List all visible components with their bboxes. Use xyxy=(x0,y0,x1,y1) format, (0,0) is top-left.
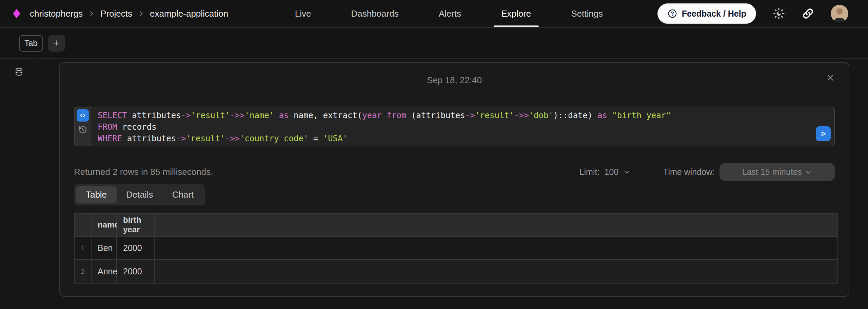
cell-name: Anne xyxy=(92,260,117,283)
editor-gutter xyxy=(75,107,91,146)
result-meta-row: Returned 2 rows in 85 milliseconds. Limi… xyxy=(74,163,835,181)
code-token: as xyxy=(274,111,294,120)
code-token: year xyxy=(362,111,382,120)
cell-birth-year: 2000 xyxy=(117,260,155,283)
code-token: (attributes xyxy=(406,111,465,120)
sun-moon-icon xyxy=(772,7,785,20)
code-token: -> xyxy=(465,111,475,120)
code-token: -> xyxy=(181,111,191,120)
code-token: from xyxy=(387,111,407,120)
nav-item-alerts[interactable]: Alerts xyxy=(437,0,462,27)
close-panel-button[interactable] xyxy=(826,73,835,83)
play-icon xyxy=(819,129,828,138)
code-token: ->> xyxy=(230,111,244,120)
top-navbar: christophergs Projects example-applicati… xyxy=(0,0,868,28)
time-window-value: Last 15 minutes xyxy=(742,167,802,177)
code-token: FROM xyxy=(98,122,117,132)
tab-chip[interactable]: Tab xyxy=(19,35,43,52)
nav-item-explore[interactable]: Explore xyxy=(500,0,532,27)
breadcrumb-workspace[interactable]: christophergs xyxy=(30,8,83,19)
table-header-birth-year: birth year xyxy=(117,214,155,237)
nav-item-dashboards[interactable]: Dashboards xyxy=(350,0,400,27)
breadcrumb-project-name[interactable]: example-application xyxy=(150,8,228,19)
limit-dropdown[interactable]: 100 xyxy=(604,167,631,177)
chevron-down-icon xyxy=(805,168,812,176)
database-icon[interactable] xyxy=(14,67,24,77)
code-token: 'result' xyxy=(475,111,514,120)
sql-editor-container: SELECT attributes->'result'->>'name' as … xyxy=(74,107,835,146)
result-view-tabs: Table Details Chart xyxy=(74,184,205,205)
result-table: name birth year 1 Ben 2000 2 Anne 2000 xyxy=(74,213,838,284)
code-line: SELECT attributes->'result'->>'name' as … xyxy=(98,110,834,121)
code-token: 'USA' xyxy=(323,134,348,143)
cell-filler xyxy=(155,260,837,283)
left-sidebar xyxy=(0,59,38,308)
code-token: 'name' xyxy=(245,111,274,120)
nav-item-settings[interactable]: Settings xyxy=(570,0,604,27)
cell-filler xyxy=(155,237,837,260)
result-summary: Returned 2 rows in 85 milliseconds. xyxy=(74,167,213,177)
code-token: ->> xyxy=(225,134,240,143)
chevron-down-icon xyxy=(623,168,631,176)
svg-text:?: ? xyxy=(671,11,674,17)
query-history-icon[interactable] xyxy=(78,125,87,134)
chevron-right-icon xyxy=(138,10,144,17)
code-token: 'dob' xyxy=(529,111,553,120)
view-tab-chart[interactable]: Chart xyxy=(162,186,203,203)
main-area: Sep 18, 22:40 xyxy=(0,59,868,308)
query-options: Limit: 100 Time window: Last 15 minutes xyxy=(579,163,835,181)
copy-link-button[interactable] xyxy=(802,7,814,20)
table-header-rownum xyxy=(75,214,92,237)
feedback-help-button[interactable]: ? Feedback / Help xyxy=(657,3,756,24)
cell-name: Ben xyxy=(92,237,117,260)
code-line: WHERE attributes->'result'->>'country_co… xyxy=(98,133,834,144)
time-window-label: Time window: xyxy=(663,167,715,177)
code-token: name, extract( xyxy=(294,111,362,120)
sql-editor[interactable]: SELECT attributes->'result'->>'name' as … xyxy=(91,107,834,146)
primary-nav: Live Dashboards Alerts Explore Settings xyxy=(294,0,604,27)
code-token: attributes xyxy=(127,111,181,120)
query-timestamp: Sep 18, 22:40 xyxy=(74,75,835,86)
row-number: 2 xyxy=(75,260,92,283)
breadcrumb-projects[interactable]: Projects xyxy=(100,8,132,19)
code-line: FROM records xyxy=(98,121,834,133)
feedback-help-label: Feedback / Help xyxy=(682,9,746,19)
cell-birth-year: 2000 xyxy=(117,237,155,260)
sql-mode-icon[interactable] xyxy=(77,109,89,122)
navbar-actions: ? Feedback / Help xyxy=(657,3,848,24)
code-token: = xyxy=(308,134,323,143)
table-header-filler xyxy=(155,214,837,237)
time-window-dropdown[interactable]: Last 15 minutes xyxy=(719,163,835,181)
code-token: )::date) xyxy=(553,111,597,120)
code-token: WHERE xyxy=(98,134,122,143)
code-token: records xyxy=(117,122,157,132)
row-number: 1 xyxy=(75,237,92,260)
code-token: attributes xyxy=(122,134,176,143)
add-tab-button[interactable]: + xyxy=(48,35,65,52)
run-query-button[interactable] xyxy=(816,126,831,141)
view-tab-table[interactable]: Table xyxy=(76,186,117,203)
code-token: "birth year" xyxy=(612,111,671,120)
code-token xyxy=(607,111,612,120)
plus-icon: + xyxy=(53,38,59,48)
brand-breadcrumb: christophergs Projects example-applicati… xyxy=(13,8,228,19)
code-token: SELECT xyxy=(98,111,127,120)
help-icon: ? xyxy=(667,8,677,19)
breadcrumb: christophergs Projects example-applicati… xyxy=(30,8,228,19)
code-token xyxy=(382,111,387,120)
editor-tabbar: Tab + xyxy=(0,28,868,59)
nav-item-live[interactable]: Live xyxy=(294,0,313,27)
table-header-name: name xyxy=(92,214,117,237)
code-token: as xyxy=(597,111,607,120)
code-token: 'result' xyxy=(191,111,230,120)
theme-toggle-button[interactable] xyxy=(772,7,785,20)
code-token: 'result' xyxy=(186,134,225,143)
chevron-right-icon xyxy=(88,10,95,17)
code-token: ->> xyxy=(514,111,529,120)
code-token: -> xyxy=(176,134,186,143)
explore-content: Sep 18, 22:40 xyxy=(38,59,868,308)
workspace-logo-icon[interactable] xyxy=(13,9,20,18)
limit-label: Limit: xyxy=(579,167,600,177)
user-avatar[interactable] xyxy=(831,5,848,22)
view-tab-details[interactable]: Details xyxy=(117,186,162,203)
